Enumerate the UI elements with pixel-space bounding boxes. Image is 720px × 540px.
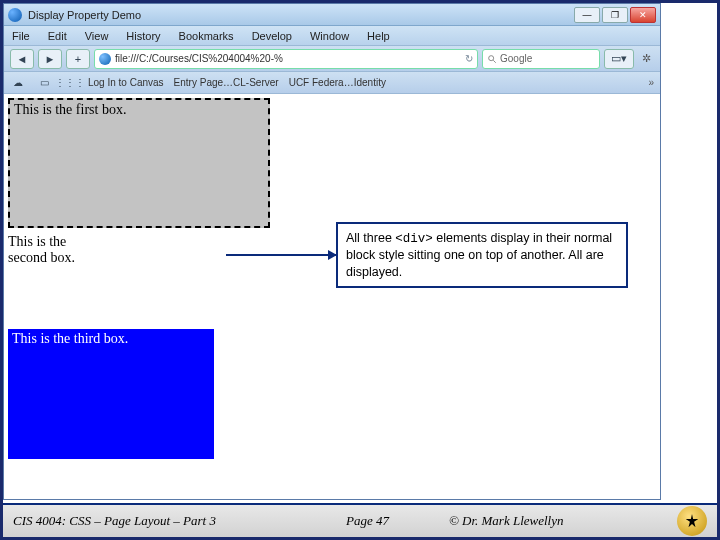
menu-view[interactable]: View (85, 30, 109, 42)
callout-pre: All three (346, 231, 395, 245)
page-menu-button[interactable]: ▭▾ (604, 49, 634, 69)
search-icon (487, 54, 497, 64)
menu-edit[interactable]: Edit (48, 30, 67, 42)
slide-footer: CIS 4004: CSS – Page Layout – Part 3 Pag… (3, 503, 717, 537)
menu-help[interactable]: Help (367, 30, 390, 42)
close-button[interactable]: ✕ (630, 7, 656, 23)
footer-right: © Dr. Mark Llewellyn (449, 513, 564, 529)
callout-box: All three <div> elements display in thei… (336, 222, 628, 288)
globe-icon (99, 53, 111, 65)
url-text: file:///C:/Courses/CIS%204004%20-% (115, 53, 283, 64)
menu-develop[interactable]: Develop (252, 30, 292, 42)
cloud-icon[interactable]: ☁ (10, 76, 26, 90)
demo-box-2: This is the second box. (8, 234, 100, 266)
bookmark-ucf[interactable]: UCF Federa…Identity (289, 77, 386, 88)
callout-arrow (226, 254, 336, 256)
reload-icon[interactable]: ↻ (465, 53, 473, 64)
topsites-icon[interactable]: ⋮⋮⋮ (62, 76, 78, 90)
minimize-button[interactable]: — (574, 7, 600, 23)
footer-mid: Page 47 (346, 513, 389, 529)
page-content: This is the first box. This is the secon… (4, 94, 660, 499)
menu-bar: File Edit View History Bookmarks Develop… (4, 26, 660, 46)
url-bar[interactable]: file:///C:/Courses/CIS%204004%20-% ↻ (94, 49, 478, 69)
svg-line-1 (493, 60, 496, 63)
callout-code: <div> (395, 232, 433, 246)
demo-box-1: This is the first box. (8, 98, 270, 228)
bookmark-entry[interactable]: Entry Page…CL-Server (174, 77, 279, 88)
footer-left: CIS 4004: CSS – Page Layout – Part 3 (13, 513, 216, 529)
window-buttons: — ❐ ✕ (574, 7, 656, 23)
window-title: Display Property Demo (28, 9, 574, 21)
app-icon (8, 8, 22, 22)
bookmark-bar: ☁ ▭ ⋮⋮⋮ Log In to Canvas Entry Page…CL-S… (4, 72, 660, 94)
search-placeholder: Google (500, 53, 532, 64)
back-button[interactable]: ◄ (10, 49, 34, 69)
browser-window: Display Property Demo — ❐ ✕ File Edit Vi… (3, 3, 661, 500)
gear-icon[interactable]: ✲ (638, 51, 654, 67)
menu-bookmarks[interactable]: Bookmarks (179, 30, 234, 42)
menu-history[interactable]: History (126, 30, 160, 42)
readinglist-icon[interactable]: ▭ (36, 76, 52, 90)
toolbar: ◄ ► + file:///C:/Courses/CIS%204004%20-%… (4, 46, 660, 72)
bookmark-canvas[interactable]: Log In to Canvas (88, 77, 164, 88)
menu-window[interactable]: Window (310, 30, 349, 42)
bookmark-overflow[interactable]: » (648, 77, 654, 88)
add-tab-button[interactable]: + (66, 49, 90, 69)
demo-box-3: This is the third box. (8, 329, 214, 459)
restore-button[interactable]: ❐ (602, 7, 628, 23)
ucf-logo (677, 506, 707, 536)
search-bar[interactable]: Google (482, 49, 600, 69)
forward-button[interactable]: ► (38, 49, 62, 69)
titlebar[interactable]: Display Property Demo — ❐ ✕ (4, 4, 660, 26)
menu-file[interactable]: File (12, 30, 30, 42)
svg-point-0 (489, 55, 494, 60)
